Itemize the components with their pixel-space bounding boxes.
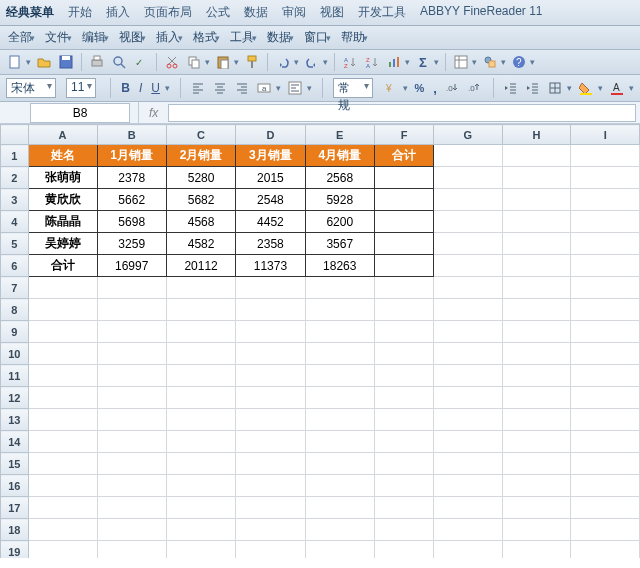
cell[interactable] <box>166 343 235 365</box>
cell[interactable] <box>97 387 166 409</box>
cut-icon[interactable] <box>163 53 181 71</box>
cell[interactable]: 6200 <box>305 211 374 233</box>
row-header[interactable]: 1 <box>1 145 29 167</box>
cell[interactable] <box>571 167 640 189</box>
cell[interactable] <box>502 541 571 559</box>
cell[interactable]: 4452 <box>236 211 305 233</box>
cell[interactable] <box>166 475 235 497</box>
cell[interactable] <box>97 541 166 559</box>
merge-icon[interactable]: a <box>256 79 272 97</box>
name-box[interactable]: B8 <box>30 103 130 123</box>
cell[interactable]: 吴婷婷 <box>28 233 97 255</box>
cell[interactable] <box>502 233 571 255</box>
cell[interactable] <box>28 277 97 299</box>
cell[interactable] <box>97 497 166 519</box>
cell[interactable] <box>502 277 571 299</box>
cell[interactable] <box>305 497 374 519</box>
cell[interactable] <box>374 211 433 233</box>
cell[interactable] <box>305 475 374 497</box>
cell[interactable] <box>166 277 235 299</box>
cell[interactable] <box>236 497 305 519</box>
cell[interactable] <box>166 321 235 343</box>
copy-icon[interactable] <box>185 53 203 71</box>
tb-data[interactable]: 数据▾ <box>265 29 296 46</box>
col-header[interactable]: C <box>166 125 235 145</box>
cell[interactable]: 3259 <box>97 233 166 255</box>
cell[interactable] <box>305 519 374 541</box>
cell[interactable] <box>305 321 374 343</box>
cell[interactable] <box>97 475 166 497</box>
comma-icon[interactable]: , <box>431 79 438 97</box>
cell[interactable] <box>571 431 640 453</box>
cell[interactable] <box>434 299 503 321</box>
cell[interactable]: 3月销量 <box>236 145 305 167</box>
cell[interactable] <box>28 453 97 475</box>
row-header[interactable]: 5 <box>1 233 29 255</box>
col-header[interactable]: A <box>28 125 97 145</box>
italic-button[interactable]: I <box>137 79 144 97</box>
row-header[interactable]: 8 <box>1 299 29 321</box>
cell[interactable]: 2568 <box>305 167 374 189</box>
menu-dev[interactable]: 开发工具 <box>358 4 406 21</box>
align-left-icon[interactable] <box>190 79 206 97</box>
cell[interactable] <box>434 431 503 453</box>
select-all-corner[interactable] <box>1 125 29 145</box>
cell[interactable] <box>97 409 166 431</box>
cell[interactable]: 2月销量 <box>166 145 235 167</box>
cell[interactable] <box>571 277 640 299</box>
cell[interactable] <box>97 277 166 299</box>
indent-dec-icon[interactable] <box>503 79 519 97</box>
open-icon[interactable] <box>35 53 53 71</box>
menu-classic[interactable]: 经典菜单 <box>6 4 54 21</box>
cell[interactable] <box>28 299 97 321</box>
cell[interactable] <box>571 453 640 475</box>
cell[interactable] <box>571 189 640 211</box>
cell[interactable] <box>502 145 571 167</box>
cell[interactable] <box>571 321 640 343</box>
cell[interactable]: 1月销量 <box>97 145 166 167</box>
row-header[interactable]: 2 <box>1 167 29 189</box>
cell[interactable] <box>434 233 503 255</box>
cell[interactable]: 20112 <box>166 255 235 277</box>
wrap-icon[interactable] <box>287 79 303 97</box>
cell[interactable] <box>571 343 640 365</box>
cell[interactable]: 2015 <box>236 167 305 189</box>
cell[interactable] <box>374 255 433 277</box>
spell-icon[interactable]: ✓ <box>132 53 150 71</box>
cell[interactable] <box>305 365 374 387</box>
menu-layout[interactable]: 页面布局 <box>144 4 192 21</box>
cell[interactable] <box>28 431 97 453</box>
cell[interactable] <box>502 321 571 343</box>
cell[interactable] <box>236 431 305 453</box>
row-header[interactable]: 15 <box>1 453 29 475</box>
row-header[interactable]: 10 <box>1 343 29 365</box>
row-header[interactable]: 3 <box>1 189 29 211</box>
save-icon[interactable] <box>57 53 75 71</box>
cell[interactable] <box>305 409 374 431</box>
cell[interactable] <box>502 431 571 453</box>
cell[interactable]: 4582 <box>166 233 235 255</box>
cell[interactable] <box>434 189 503 211</box>
cell[interactable]: 2378 <box>97 167 166 189</box>
cell[interactable] <box>305 387 374 409</box>
cell[interactable] <box>305 299 374 321</box>
dec-decimal-icon[interactable]: .0 <box>467 79 483 97</box>
cell[interactable] <box>374 233 433 255</box>
cell[interactable] <box>571 519 640 541</box>
cell[interactable]: 3567 <box>305 233 374 255</box>
cell[interactable] <box>502 497 571 519</box>
col-header[interactable]: B <box>97 125 166 145</box>
cell[interactable] <box>28 343 97 365</box>
cell[interactable] <box>571 299 640 321</box>
tb-insert[interactable]: 插入▾ <box>154 29 185 46</box>
cell[interactable] <box>28 475 97 497</box>
row-header[interactable]: 11 <box>1 365 29 387</box>
cell[interactable] <box>166 431 235 453</box>
cell[interactable] <box>166 409 235 431</box>
cell[interactable]: 5662 <box>97 189 166 211</box>
cell[interactable] <box>502 475 571 497</box>
print-icon[interactable] <box>88 53 106 71</box>
col-header[interactable]: F <box>374 125 433 145</box>
cell[interactable] <box>434 167 503 189</box>
cell[interactable] <box>97 453 166 475</box>
